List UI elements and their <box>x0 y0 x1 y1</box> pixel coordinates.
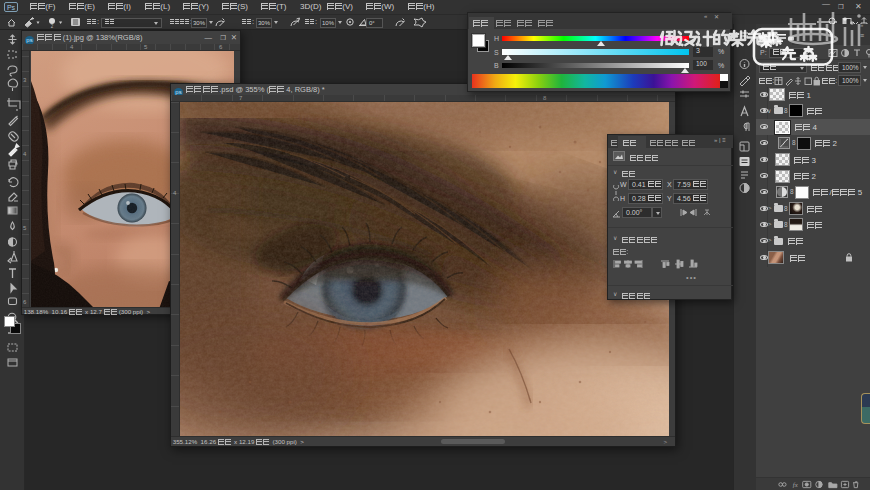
svg-text:fx: fx <box>793 481 798 488</box>
svg-text:2: 2 <box>51 24 54 29</box>
